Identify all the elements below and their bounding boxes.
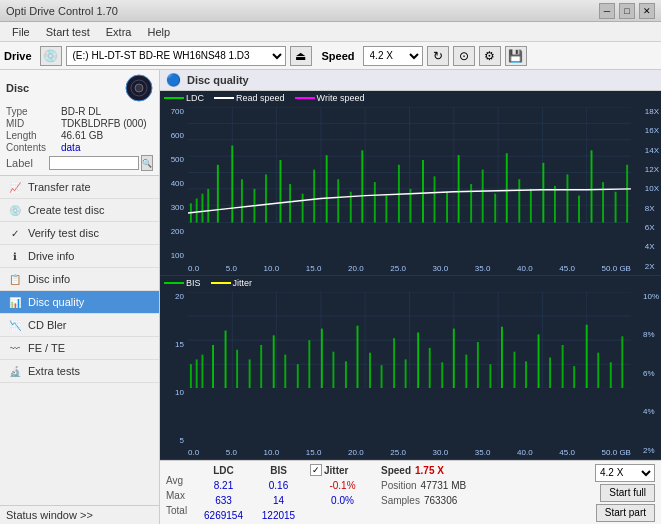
svg-rect-45	[470, 184, 472, 223]
bis-baxis-15: 15.0	[306, 448, 322, 457]
refresh-button[interactable]: ↻	[427, 46, 449, 66]
speed-label: Speed	[322, 50, 355, 62]
bis-col-header: BIS	[251, 463, 306, 477]
label-icon-button[interactable]: 🔍	[141, 155, 153, 171]
label-input[interactable]	[49, 156, 139, 170]
svg-rect-31	[302, 194, 304, 223]
drive-label: Drive	[4, 50, 32, 62]
svg-rect-103	[538, 334, 540, 388]
sidebar-item-fe-te[interactable]: 〰 FE / TE	[0, 337, 159, 360]
sidebar-item-transfer-rate[interactable]: 📈 Transfer rate	[0, 176, 159, 199]
svg-rect-97	[465, 354, 467, 388]
svg-rect-48	[506, 153, 508, 222]
eject-button[interactable]: ⏏	[290, 46, 312, 66]
speed-dropdown[interactable]: 4.2 X	[595, 464, 655, 482]
ldc-bottom-axis: 0.0 5.0 10.0 15.0 20.0 25.0 30.0 35.0 40…	[188, 264, 631, 273]
svg-rect-56	[602, 182, 604, 222]
bis-chart-svg	[188, 292, 631, 388]
verify-test-disc-icon: ✓	[8, 226, 22, 240]
svg-rect-36	[361, 150, 363, 222]
drive-icon: 💿	[40, 46, 62, 66]
start-part-button[interactable]: Start part	[596, 504, 655, 522]
svg-rect-54	[578, 196, 580, 223]
svg-rect-84	[308, 340, 310, 388]
contents-field-value: data	[61, 142, 80, 153]
menu-help[interactable]: Help	[139, 24, 178, 40]
samples-label: Samples	[381, 495, 420, 506]
svg-rect-100	[501, 326, 503, 388]
menu-start-test[interactable]: Start test	[38, 24, 98, 40]
sidebar-item-disc-quality[interactable]: 📊 Disc quality	[0, 291, 159, 314]
svg-point-1	[135, 84, 143, 92]
bis-baxis-5: 5.0	[226, 448, 237, 457]
fe-te-icon: 〰	[8, 341, 22, 355]
svg-rect-28	[265, 174, 267, 222]
speed-select[interactable]: 4.2 X	[363, 46, 423, 66]
scan-button[interactable]: ⊙	[453, 46, 475, 66]
svg-rect-24	[217, 165, 219, 223]
contents-field-label: Contents	[6, 142, 61, 153]
close-button[interactable]: ✕	[639, 3, 655, 19]
svg-rect-22	[201, 194, 203, 223]
svg-rect-86	[332, 351, 334, 388]
svg-rect-57	[615, 192, 617, 223]
bis-max-value: 14	[251, 493, 306, 507]
bis-axis-5: 5	[180, 436, 184, 445]
menu-extra[interactable]: Extra	[98, 24, 140, 40]
bis-baxis-30: 30.0	[433, 448, 449, 457]
save-button[interactable]: 💾	[505, 46, 527, 66]
readspeed-legend-color	[214, 97, 234, 99]
ldc-baxis-50: 50.0 GB	[602, 264, 631, 273]
svg-rect-79	[249, 359, 251, 388]
bis-axis-10: 10	[175, 388, 184, 397]
ldc-baxis-45: 45.0	[559, 264, 575, 273]
menu-file[interactable]: File	[4, 24, 38, 40]
cd-bler-icon: 📉	[8, 318, 22, 332]
ldc-total-value: 6269154	[196, 508, 251, 522]
svg-rect-29	[279, 160, 281, 223]
speed-stat-label: Speed	[381, 465, 411, 476]
ldc-raxis-8x: 8X	[645, 204, 659, 213]
disc-title: Disc	[6, 82, 29, 94]
svg-rect-85	[321, 328, 323, 388]
jitter-max-value: 0.0%	[310, 493, 375, 507]
settings-button[interactable]: ⚙	[479, 46, 501, 66]
maximize-button[interactable]: □	[619, 3, 635, 19]
bis-raxis-6pct: 6%	[643, 369, 659, 378]
label-field-label: Label	[6, 157, 47, 169]
svg-rect-94	[429, 347, 431, 387]
status-window-button[interactable]: Status window >>	[0, 505, 159, 524]
jitter-checkbox[interactable]: ✓	[310, 464, 322, 476]
sidebar-item-drive-info[interactable]: ℹ Drive info	[0, 245, 159, 268]
svg-rect-26	[241, 179, 243, 222]
svg-rect-30	[289, 184, 291, 223]
svg-rect-87	[345, 361, 347, 388]
disc-quality-header-icon: 🔵	[166, 73, 181, 87]
sidebar-item-cd-bler[interactable]: 📉 CD Bler	[0, 314, 159, 337]
bis-axis-20: 20	[175, 292, 184, 301]
charts-container: LDC Read speed Write speed 700 600 500	[160, 91, 661, 460]
bis-raxis-10pct: 10%	[643, 292, 659, 301]
jitter-avg-value: -0.1%	[310, 478, 375, 492]
svg-rect-33	[326, 155, 328, 222]
bis-raxis-4pct: 4%	[643, 407, 659, 416]
svg-rect-43	[446, 192, 448, 223]
ldc-baxis-10: 10.0	[264, 264, 280, 273]
sidebar-item-disc-info[interactable]: 📋 Disc info	[0, 268, 159, 291]
sidebar-item-extra-tests[interactable]: 🔬 Extra tests	[0, 360, 159, 383]
create-test-disc-icon: 💿	[8, 203, 22, 217]
titlebar: Opti Drive Control 1.70 ─ □ ✕	[0, 0, 661, 22]
minimize-button[interactable]: ─	[599, 3, 615, 19]
drivebar: Drive 💿 (E:) HL-DT-ST BD-RE WH16NS48 1.D…	[0, 42, 661, 70]
drive-select[interactable]: (E:) HL-DT-ST BD-RE WH16NS48 1.D3	[66, 46, 286, 66]
start-full-button[interactable]: Start full	[600, 484, 655, 502]
svg-rect-107	[586, 324, 588, 388]
samples-value: 763306	[424, 495, 457, 506]
sidebar-item-create-test-disc[interactable]: 💿 Create test disc	[0, 199, 159, 222]
content-header: 🔵 Disc quality	[160, 70, 661, 91]
svg-rect-32	[313, 170, 315, 223]
ldc-baxis-0: 0.0	[188, 264, 199, 273]
length-field-value: 46.61 GB	[61, 130, 103, 141]
sidebar-item-verify-test-disc[interactable]: ✓ Verify test disc	[0, 222, 159, 245]
ldc-raxis-10x: 10X	[645, 184, 659, 193]
